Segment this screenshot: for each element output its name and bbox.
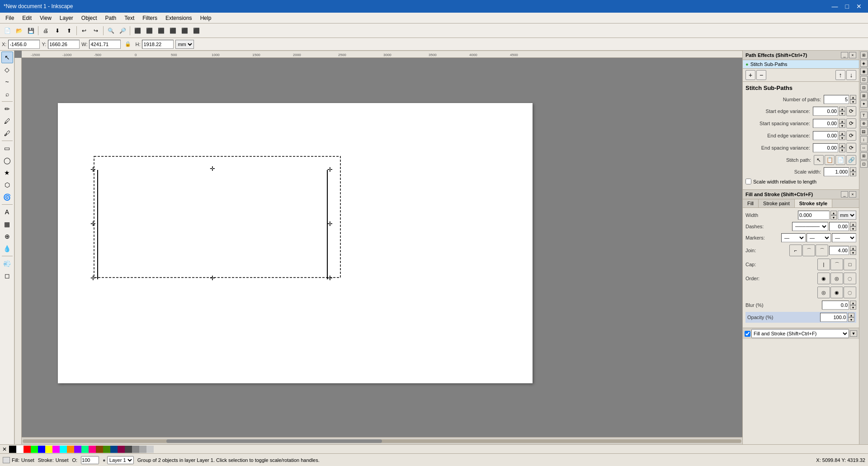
order-btn6[interactable]: ◌: [844, 287, 856, 298]
blur-up[interactable]: ▲: [850, 301, 856, 305]
scale-width-down[interactable]: ▼: [850, 172, 856, 176]
export-button[interactable]: ⬆: [64, 25, 75, 36]
start-spacing-input[interactable]: [813, 119, 838, 128]
calligraph-tool[interactable]: 🖋: [1, 127, 13, 139]
color-swatch[interactable]: [146, 446, 154, 453]
maximize-button[interactable]: □: [843, 2, 852, 11]
color-swatch[interactable]: [139, 446, 146, 453]
3dbox-tool[interactable]: ⬡: [1, 179, 13, 191]
num-paths-up[interactable]: ▲: [850, 95, 856, 99]
zoom-tool[interactable]: ⌕: [1, 88, 13, 100]
order-paint-fill[interactable]: ◉: [817, 273, 830, 284]
star-tool[interactable]: ★: [1, 167, 13, 179]
join-miter[interactable]: ⌐: [789, 245, 802, 256]
view-btn-3[interactable]: ▤: [860, 128, 868, 135]
canvas-container[interactable]: -1500 -1000 -500 0 500 1000 1500 2000 25…: [14, 51, 742, 444]
join-down[interactable]: ▼: [850, 250, 856, 255]
color-swatch[interactable]: [52, 446, 60, 453]
undo-button[interactable]: ↩: [79, 25, 90, 36]
scale-width-input[interactable]: [824, 167, 849, 176]
zoom-in-button[interactable]: 🔍: [105, 25, 116, 36]
dropper-tool[interactable]: 💧: [1, 243, 13, 254]
color-swatch[interactable]: [60, 446, 67, 453]
zoom-out-button[interactable]: 🔎: [117, 25, 128, 36]
opacity-down[interactable]: ▼: [848, 317, 854, 322]
color-swatch[interactable]: [110, 446, 118, 453]
ellipse-tool[interactable]: ◯: [1, 155, 13, 166]
order-btn5[interactable]: ◉: [830, 287, 843, 298]
open-button[interactable]: 📂: [14, 25, 24, 36]
end-edge-reset[interactable]: ⟳: [846, 131, 856, 141]
menu-path[interactable]: Path: [102, 14, 120, 22]
save-button[interactable]: 💾: [25, 25, 36, 36]
color-swatch[interactable]: [103, 446, 110, 453]
width-input[interactable]: [798, 211, 830, 220]
stitch-path-paste[interactable]: 📄: [835, 155, 845, 165]
start-edge-up[interactable]: ▲: [839, 107, 845, 111]
align-top-button[interactable]: ⬛: [167, 25, 178, 36]
import-button[interactable]: ⬇: [52, 25, 63, 36]
start-edge-down[interactable]: ▼: [839, 111, 845, 116]
color-swatch[interactable]: [45, 446, 52, 453]
canvas-area[interactable]: ✛ ✛ ✛ ✛ ✛ ✛ ✛ ✛: [22, 58, 742, 437]
view-btn-4[interactable]: ↕: [860, 136, 868, 143]
width-up[interactable]: ▲: [830, 211, 837, 215]
menu-view[interactable]: View: [36, 14, 55, 22]
view-btn-6[interactable]: ⊞: [860, 152, 868, 160]
print-button[interactable]: 🖨: [40, 25, 51, 36]
snap-btn-2[interactable]: ◈: [860, 60, 868, 67]
menu-text[interactable]: Text: [121, 14, 138, 22]
fill-stroke-minimize[interactable]: _: [841, 191, 848, 198]
fill-stroke-bottom-arrow[interactable]: ▼: [850, 330, 857, 337]
snap-btn-5[interactable]: ⊟: [860, 84, 868, 91]
menu-help[interactable]: Help: [197, 14, 215, 22]
dashes-select[interactable]: ──────── - - - - -: [792, 222, 828, 231]
join-bevel[interactable]: ⌒: [816, 245, 828, 256]
rect-tool[interactable]: ▭: [1, 142, 13, 154]
menu-extensions[interactable]: Extensions: [162, 14, 196, 22]
color-swatch[interactable]: [89, 446, 96, 453]
blur-down[interactable]: ▼: [850, 305, 856, 310]
remove-effect-button[interactable]: −: [756, 70, 766, 80]
start-spacing-down[interactable]: ▼: [839, 123, 845, 128]
num-paths-input[interactable]: [824, 95, 849, 104]
marker-mid[interactable]: —: [807, 233, 831, 242]
join-limit[interactable]: [829, 246, 849, 255]
h-scrollbar[interactable]: [22, 437, 742, 444]
order-markers[interactable]: ◌: [844, 273, 856, 284]
color-swatch[interactable]: [24, 446, 31, 453]
move-effect-down-button[interactable]: ↓: [846, 70, 856, 80]
snap-btn-7[interactable]: ✦: [860, 100, 868, 108]
view-btn-1[interactable]: T: [860, 112, 868, 119]
blur-input[interactable]: [822, 301, 849, 310]
h-scroll-thumb[interactable]: [166, 439, 382, 443]
cap-butt[interactable]: |: [817, 259, 830, 270]
dashes-up[interactable]: ▲: [850, 222, 856, 226]
connector-tool[interactable]: ⊕: [1, 231, 13, 242]
new-button[interactable]: 📄: [2, 25, 13, 36]
start-edge-input[interactable]: [813, 107, 838, 116]
view-btn-2[interactable]: ⊕: [860, 120, 868, 127]
marker-end[interactable]: —: [832, 233, 856, 242]
redo-button[interactable]: ↪: [90, 25, 101, 36]
scale-relative-checkbox[interactable]: [745, 179, 751, 184]
end-spacing-reset[interactable]: ⟳: [846, 143, 856, 153]
no-color-button[interactable]: ✕: [0, 445, 9, 454]
color-swatch[interactable]: [38, 446, 45, 453]
align-middle-button[interactable]: ⬛: [179, 25, 190, 36]
snap-btn-3[interactable]: ◉: [860, 68, 868, 75]
align-center-button[interactable]: ⬛: [144, 25, 155, 36]
menu-edit[interactable]: Edit: [19, 14, 35, 22]
stitch-path-copy[interactable]: 📋: [825, 155, 835, 165]
color-swatch[interactable]: [96, 446, 103, 453]
spray-tool[interactable]: 💨: [1, 258, 13, 269]
gradient-tool[interactable]: ▦: [1, 218, 13, 230]
add-effect-button[interactable]: +: [745, 70, 755, 80]
cap-round[interactable]: ⌒: [830, 259, 843, 270]
lock-proportions-button[interactable]: 🔒: [123, 39, 133, 50]
end-spacing-input[interactable]: [813, 143, 838, 152]
color-swatch[interactable]: [81, 446, 89, 453]
start-spacing-reset[interactable]: ⟳: [846, 118, 856, 128]
order-btn4[interactable]: ◎: [817, 287, 830, 298]
end-spacing-down[interactable]: ▼: [839, 148, 845, 152]
